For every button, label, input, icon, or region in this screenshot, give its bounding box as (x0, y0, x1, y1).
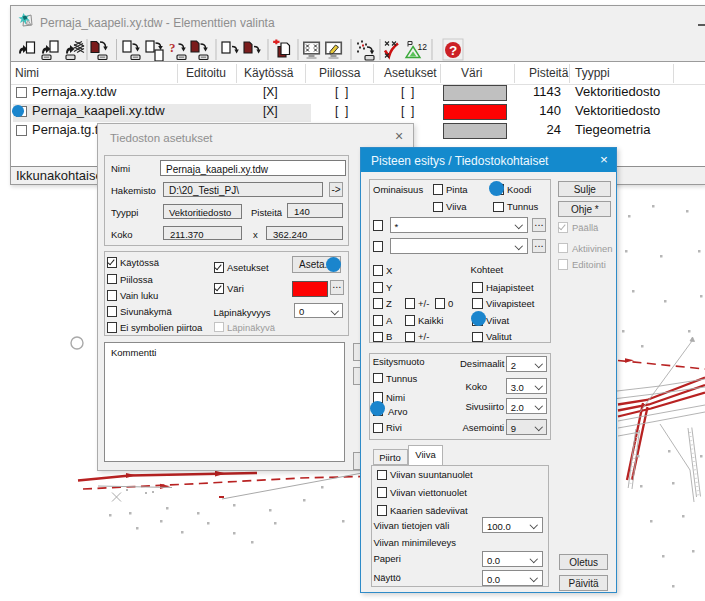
svg-text:?: ? (449, 43, 457, 58)
svg-text:12: 12 (418, 42, 428, 52)
svg-text:?: ? (169, 40, 176, 55)
